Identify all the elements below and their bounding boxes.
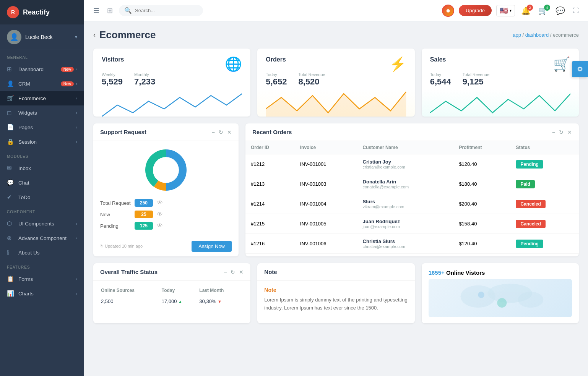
avatar: 👤 [7, 30, 21, 44]
order-id: #1213 [245, 174, 295, 194]
note-header: Note [257, 263, 414, 281]
sidebar-item-chat[interactable]: 💬 Chat [0, 175, 84, 190]
menu-toggle-button[interactable]: ☰ [92, 5, 101, 16]
table-row: #1213 INV-001003 Donatella Arin conatell… [245, 174, 579, 194]
sidebar-label-advance-component: Advance Component [18, 235, 76, 241]
sidebar-item-todo[interactable]: ✔ ToDo [0, 190, 84, 204]
pending-eye-icon[interactable]: 👁 [157, 222, 163, 229]
stat-meta-sales: Today 6,544 Total Revenue 9,125 [430, 72, 570, 87]
traffic-refresh-button[interactable]: ↻ [231, 269, 235, 275]
back-button[interactable]: ‹ [93, 31, 96, 39]
order-id: #1215 [245, 214, 295, 234]
orders-revenue-value: 8,520 [298, 77, 319, 86]
traffic-close-button[interactable]: ✕ [239, 269, 244, 275]
orders-close-button[interactable]: ✕ [567, 129, 572, 135]
breadcrumb-dashboard[interactable]: dashboard [525, 32, 549, 38]
col-invoice: Invoice [295, 141, 357, 154]
sidebar-item-widgets[interactable]: ◻ Widgets › [0, 105, 84, 120]
support-minimize-button[interactable]: − [212, 129, 215, 135]
visitors-body: 1655+ Online Vistors [422, 263, 579, 323]
search-input[interactable] [135, 8, 192, 13]
updated-text: ↻ Updated 10 min ago [100, 244, 143, 249]
grid-menu-button[interactable]: ⊞ [106, 5, 114, 16]
breadcrumb-app[interactable]: app [513, 32, 521, 38]
sidebar-label-dashboard: Dashboard [18, 66, 61, 72]
page-title: Ecommerce [99, 29, 156, 41]
profit: $158.40 [453, 214, 510, 234]
sales-today-label: Today [430, 72, 451, 77]
note-title: Note [264, 269, 277, 275]
logo-icon: R [7, 6, 19, 18]
section-features: Features [0, 260, 84, 272]
traffic-header: Overall Traffic Status − ↻ ✕ [93, 263, 250, 281]
support-refresh-button[interactable]: ↻ [219, 129, 223, 135]
crm-arrow-icon: › [76, 82, 77, 86]
sidebar-item-dashboard[interactable]: ⊞ Dashboard New › [0, 62, 84, 76]
support-close-button[interactable]: ✕ [227, 129, 232, 135]
traffic-col-source: Online Sources [101, 288, 161, 296]
ecommerce-icon: 🛒 [7, 95, 15, 102]
flag-dropdown-icon: ▾ [510, 8, 512, 13]
table-row: #1216 INV-001006 Christia Slurs christia… [245, 234, 579, 254]
stat-card-sales: Sales 🛒 Today 6,544 Total Revenue 9,125 [422, 49, 579, 117]
breadcrumb: app / dashboard / ecommerce [513, 32, 579, 38]
charts-arrow-icon: › [76, 292, 77, 296]
upgrade-button[interactable]: Upgrade [459, 5, 492, 16]
messages-button[interactable]: 💬 [554, 5, 567, 17]
fullscreen-button[interactable]: ⛶ [571, 6, 580, 16]
language-selector[interactable]: 🇺🇸 ▾ [496, 5, 515, 16]
col-customer-name: Customer Name [357, 141, 454, 154]
invoice: INV-001005 [295, 214, 357, 234]
recent-orders-card: Recent Orders − ↻ ✕ Order ID Invoice Cus… [245, 123, 579, 256]
orders-table: Order ID Invoice Customer Name Profitmen… [245, 141, 579, 254]
new-label: New [100, 212, 131, 217]
sidebar-item-charts[interactable]: 📊 Charts › [0, 286, 84, 301]
sidebar-item-pages[interactable]: 📄 Pages › [0, 120, 84, 135]
settings-float-button[interactable]: ⚙ [572, 61, 588, 77]
traffic-minimize-button[interactable]: − [224, 269, 227, 275]
sidebar-item-forms[interactable]: 📋 Forms › [0, 272, 84, 286]
support-stat-pending: Pending 125 👁 [100, 222, 232, 230]
sidebar-label-forms: Forms [18, 276, 76, 282]
visitors-title: 1655+ Online Vistors [429, 269, 572, 276]
ecommerce-arrow-icon: › [76, 96, 77, 100]
traffic-title: Overall Traffic Status [100, 269, 158, 275]
sidebar-item-ui-components[interactable]: ⬡ UI Components › [0, 216, 84, 231]
sidebar-label-about-us: About Us [18, 250, 77, 256]
sidebar-label-crm: CRM [18, 81, 61, 87]
assign-now-button[interactable]: Assign Now [192, 241, 232, 252]
sidebar-item-advance-component[interactable]: ⊛ Advance Component › [0, 231, 84, 245]
sales-revenue-value: 9,125 [463, 77, 484, 86]
cart-icon[interactable]: 🛒 4 [538, 6, 548, 15]
advance-icon: ⊛ [7, 235, 15, 241]
stat-card-orders: Orders ⚡ Today 5,652 Total Revenue 8,520 [257, 49, 414, 117]
sidebar-item-session[interactable]: 🔒 Session › [0, 135, 84, 149]
bottom-row: Overall Traffic Status − ↻ ✕ Online Sour… [93, 263, 579, 323]
dashboard-badge: New [61, 67, 74, 72]
orders-refresh-button[interactable]: ↻ [559, 129, 564, 135]
sidebar-item-inbox[interactable]: ✉ Inbox [0, 161, 84, 175]
online-visitors-card: 1655+ Online Vistors [422, 263, 579, 323]
total-request-label: Total Request [100, 200, 131, 206]
notification-bell[interactable]: 🔔 2 [521, 6, 531, 15]
new-eye-icon[interactable]: 👁 [157, 211, 163, 218]
orders-minimize-button[interactable]: − [552, 129, 555, 135]
sidebar-user[interactable]: 👤 Lucile Beck ▾ [0, 24, 84, 50]
sidebar-item-crm[interactable]: 👤 CRM New › [0, 76, 84, 91]
sidebar-item-about-us[interactable]: ℹ About Us [0, 245, 84, 260]
user-dropdown-icon[interactable]: ▾ [75, 34, 77, 40]
traffic-status-card: Overall Traffic Status − ↻ ✕ Online Sour… [93, 263, 250, 323]
session-icon: 🔒 [7, 138, 15, 145]
sidebar-item-ecommerce[interactable]: 🛒 Ecommerce › [0, 91, 84, 105]
profit: $120.40 [453, 154, 510, 174]
sidebar-label-ui-components: UI Components [18, 221, 76, 227]
svg-point-9 [478, 292, 484, 298]
session-arrow-icon: › [76, 140, 77, 144]
section-component: Component [0, 204, 84, 216]
sidebar-label-widgets: Widgets [18, 110, 76, 116]
total-request-eye-icon[interactable]: 👁 [157, 199, 163, 206]
invoice: INV-001003 [295, 174, 357, 194]
sidebar-label-session: Session [18, 139, 76, 145]
sidebar-label-todo: ToDo [18, 194, 77, 200]
sidebar-label-ecommerce: Ecommerce [18, 96, 76, 101]
